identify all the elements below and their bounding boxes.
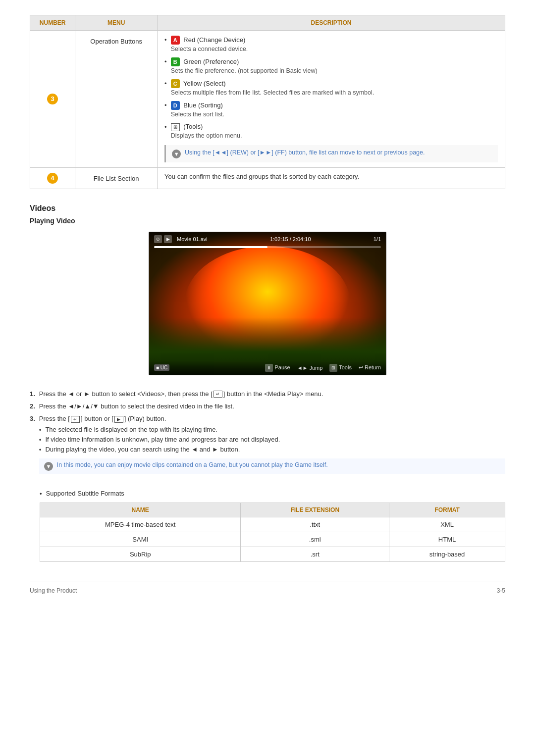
video-counter: 1/1 (374, 236, 381, 242)
numbered-steps: 1. Press the ◄ or ► button to select <Vi… (30, 390, 505, 481)
video-bottom-left: ■ UC (154, 364, 171, 371)
row4-description: You can confirm the files and groups tha… (158, 167, 505, 189)
badge-4: 4 (47, 173, 58, 184)
subtitle-table: NAME FILE EXTENSION FORMAT MPEG-4 time-b… (40, 503, 505, 562)
col-header-number: NUMBER (30, 15, 75, 31)
step-2-content: Press the ◄/►/▲/▼ button to select the d… (39, 403, 505, 410)
row3-note: ▼ Using the [◄◄] (REW) or [►►] (FF) butt… (164, 145, 498, 162)
step-2-num: 2. (30, 403, 35, 410)
video-filename: Movie 01.avi (177, 236, 208, 242)
subtitle-cell-1-0: SAMI (40, 532, 241, 547)
step-3-num: 3. (30, 415, 35, 481)
table-row-4: 4 File List Section You can confirm the … (30, 167, 505, 189)
subtitle-row-1: SAMI.smiHTML (40, 532, 505, 547)
step-3: 3. Press the [↵] button or [▶] (Play) bu… (30, 415, 505, 481)
step-1-content: Press the ◄ or ► button to select <Video… (39, 390, 505, 398)
subtitle-header-text: Supported Subtitle Formats (46, 490, 124, 497)
video-timestamp: 1:02:15 / 2:04:10 (208, 236, 374, 242)
play-icon: ▶ (114, 416, 123, 423)
item-green-label: B Green (Preference) (171, 57, 318, 66)
subtitle-formats-section: Supported Subtitle Formats NAME FILE EXT… (40, 490, 505, 562)
subtitle-cell-2-1: .srt (241, 547, 389, 561)
video-overlay-top: ⊙ ▶ Movie 01.avi 1:02:15 / 2:04:10 1/1 (149, 232, 386, 246)
videos-section: Videos Playing Video ⊙ ▶ Movie 01.avi 1:… (30, 204, 505, 562)
ctrl-jump: ◄► Jump (297, 365, 323, 371)
item-tools-label: ⊞ (Tools) (171, 123, 242, 131)
item-yellow-label: C Yellow (Select) (171, 79, 374, 88)
ctrl-pause: ⏸ Pause (265, 364, 290, 372)
item-tools-sub: Displays the option menu. (171, 132, 242, 139)
subtitle-cell-2-2: string-based (389, 547, 505, 561)
item-red-sub: Selects a connected device. (171, 46, 248, 52)
step-3-sub-3: During playing the video, you can search… (39, 446, 505, 454)
video-icon-area: ⊙ ▶ Movie 01.avi (154, 235, 208, 243)
note-text: Using the [◄◄] (REW) or [►►] (FF) button… (185, 149, 425, 156)
table-row-3: 3 Operation Buttons A Red (Change Device… (30, 31, 505, 168)
blue-badge: D (171, 101, 180, 110)
footer-right: 3-5 (497, 587, 505, 594)
tools-icon: ⊞ (171, 123, 180, 131)
video-menu-icon: ⊙ (154, 235, 162, 243)
list-item-tools: ⊞ (Tools) Displays the option menu. (164, 123, 498, 139)
video-progress-fill (154, 246, 268, 248)
subtitle-row-2: SubRip.srtstring-based (40, 547, 505, 561)
subtitle-cell-1-1: .smi (241, 532, 389, 547)
subtitle-cell-0-1: .ttxt (241, 517, 389, 532)
step-3-sub-1: The selected file is displayed on the to… (39, 426, 505, 434)
sub-col-ext: FILE EXTENSION (241, 503, 389, 517)
subtitle-bullet-item: Supported Subtitle Formats (40, 490, 505, 498)
step-1-num: 1. (30, 390, 35, 398)
step-3-content: Press the [↵] button or [▶] (Play) butto… (39, 415, 505, 481)
row3-description: A Red (Change Device) Selects a connecte… (158, 31, 505, 168)
ctrl-return: ↩ Return (359, 364, 381, 371)
step-1: 1. Press the ◄ or ► button to select <Vi… (30, 390, 505, 398)
videos-title: Videos (30, 204, 505, 213)
pause-icon: ⏸ (265, 364, 273, 372)
video-play-icon: ▶ (164, 235, 172, 243)
subtitle-cell-1-2: HTML (389, 532, 505, 547)
playing-video-title: Playing Video (30, 217, 505, 225)
col-header-menu: MENU (75, 15, 158, 31)
row3-menu: Operation Buttons (75, 31, 158, 168)
subtitle-cell-2-0: SubRip (40, 547, 241, 561)
step-3-sub-2: If video time information is unknown, pl… (39, 436, 505, 444)
item-green-sub: Sets the file preference. (not supported… (171, 67, 318, 74)
game-note-icon: ▼ (44, 462, 53, 471)
game-note: ▼ In this mode, you can enjoy movie clip… (39, 458, 505, 474)
item-blue-label: D Blue (Sorting) (171, 101, 224, 110)
tools-ctrl-icon: ⊞ (329, 364, 337, 372)
subtitle-row-0: MPEG-4 time-based text.ttxtXML (40, 517, 505, 532)
badge-3: 3 (47, 94, 58, 104)
footer-left: Using the Product (30, 587, 77, 594)
subtitle-cell-0-0: MPEG-4 time-based text (40, 517, 241, 532)
item-yellow-sub: Selects multiple files from file list. S… (171, 89, 374, 96)
note-icon: ▼ (172, 150, 181, 158)
yellow-badge: C (171, 79, 180, 88)
video-player: ⊙ ▶ Movie 01.avi 1:02:15 / 2:04:10 1/1 ■… (149, 232, 386, 375)
item-red-label: A Red (Change Device) (171, 36, 248, 45)
bottom-controls: ⏸ Pause ◄► Jump ⊞ Tools ↩ Return (265, 364, 381, 372)
subtitle-cell-0-2: XML (389, 517, 505, 532)
video-thumbnail (149, 232, 386, 375)
row3-bullet-list: A Red (Change Device) Selects a connecte… (164, 36, 498, 139)
main-table: NUMBER MENU DESCRIPTION 3 Operation Butt… (30, 15, 505, 189)
enter-icon-2: ↵ (71, 416, 80, 423)
step-3-sub-list: The selected file is displayed on the to… (39, 426, 505, 454)
subtitle-bullet: Supported Subtitle Formats (40, 490, 505, 498)
row4-number: 4 (30, 167, 75, 189)
sub-col-format: FORMAT (389, 503, 505, 517)
video-progress-bar (154, 246, 381, 248)
step-3-text: Press the [↵] button or [▶] (Play) butto… (39, 415, 166, 422)
col-header-description: DESCRIPTION (158, 15, 505, 31)
game-note-text: In this mode, you can enjoy movie clips … (57, 461, 328, 468)
step-2: 2. Press the ◄/►/▲/▼ button to select th… (30, 403, 505, 410)
green-badge: B (171, 57, 180, 66)
list-item-red: A Red (Change Device) Selects a connecte… (164, 36, 498, 52)
red-badge: A (171, 36, 180, 45)
list-item-blue: D Blue (Sorting) Selects the sort list. (164, 101, 498, 118)
list-item-yellow: C Yellow (Select) Selects multiple files… (164, 79, 498, 96)
uc-badge: ■ UC (154, 364, 169, 371)
list-item-green: B Green (Preference) Sets the file prefe… (164, 57, 498, 74)
video-overlay-bottom: ■ UC ⏸ Pause ◄► Jump ⊞ Tools ↩ Return (149, 361, 386, 375)
enter-icon-1: ↵ (214, 391, 222, 398)
